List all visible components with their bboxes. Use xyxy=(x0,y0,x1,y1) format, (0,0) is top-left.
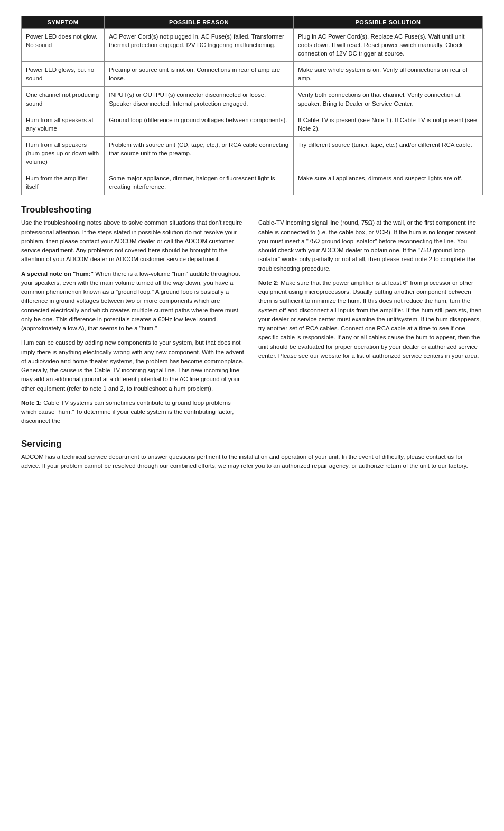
cell-reason: Preamp or source unit is not on. Connect… xyxy=(105,62,294,87)
body-paragraph: Cable-TV incoming signal line (round, 75… xyxy=(258,218,483,273)
cell-solution: Make sure whole system is on. Verify all… xyxy=(294,62,483,87)
col-header-symptom: SYMPTOM xyxy=(22,16,105,29)
table-row: Hum from the amplifier itselfSome major … xyxy=(22,170,483,195)
cell-symptom: Power LED does not glow. No sound xyxy=(22,29,105,62)
cell-reason: INPUT(s) or OUTPUT(s) connector disconne… xyxy=(105,87,294,112)
col-header-solution: POSSIBLE SOLUTION xyxy=(294,16,483,29)
body-paragraph: Use the troubleshooting notes above to s… xyxy=(21,218,246,264)
cell-symptom: Hum from all speakers (hum goes up or do… xyxy=(22,136,105,170)
table-row: One channel not producing soundINPUT(s) … xyxy=(22,87,483,112)
cell-solution: If Cable TV is present (see Note 1). If … xyxy=(294,112,483,136)
cell-symptom: One channel not producing sound xyxy=(22,87,105,112)
troubleshooting-heading: Troubleshooting xyxy=(21,205,483,215)
cell-reason: AC Power Cord(s) not plugged in. AC Fuse… xyxy=(105,29,294,62)
cell-solution: Try different source (tuner, tape, etc.)… xyxy=(294,136,483,170)
cell-reason: Ground loop (difference in ground voltag… xyxy=(105,112,294,136)
col-header-reason: POSSIBLE REASON xyxy=(105,16,294,29)
body-paragraph: A special note on "hum:" When there is a… xyxy=(21,270,246,334)
cell-solution: Verify both connections on that channel.… xyxy=(294,87,483,112)
servicing-heading: Servicing xyxy=(21,439,483,449)
troubleshooting-right: Cable-TV incoming signal line (round, 75… xyxy=(258,218,483,431)
troubleshooting-table: SYMPTOM POSSIBLE REASON POSSIBLE SOLUTIO… xyxy=(21,16,483,195)
body-paragraph: Hum can be caused by adding new componen… xyxy=(21,338,246,393)
table-row: Hum from all speakers at any volumeGroun… xyxy=(22,112,483,136)
table-row: Hum from all speakers (hum goes up or do… xyxy=(22,136,483,170)
cell-solution: Make sure all appliances, dimmers and su… xyxy=(294,170,483,195)
table-row: Power LED does not glow. No soundAC Powe… xyxy=(22,29,483,62)
body-paragraph: Note 1: Cable TV systems can sometimes c… xyxy=(21,399,246,426)
cell-symptom: Hum from the amplifier itself xyxy=(22,170,105,195)
cell-symptom: Power LED glows, but no sound xyxy=(22,62,105,87)
body-paragraph: Note 2: Make sure that the power amplifi… xyxy=(258,279,483,361)
cell-reason: Problem with source unit (CD, tape, etc.… xyxy=(105,136,294,170)
servicing-text: ADCOM has a technical service department… xyxy=(21,453,483,471)
cell-reason: Some major appliance, dimmer, halogen or… xyxy=(105,170,294,195)
troubleshooting-content: Use the troubleshooting notes above to s… xyxy=(21,218,483,431)
troubleshooting-left: Use the troubleshooting notes above to s… xyxy=(21,218,246,431)
cell-symptom: Hum from all speakers at any volume xyxy=(22,112,105,136)
table-row: Power LED glows, but no soundPreamp or s… xyxy=(22,62,483,87)
cell-solution: Plug in AC Power Cord(s). Replace AC Fus… xyxy=(294,29,483,62)
